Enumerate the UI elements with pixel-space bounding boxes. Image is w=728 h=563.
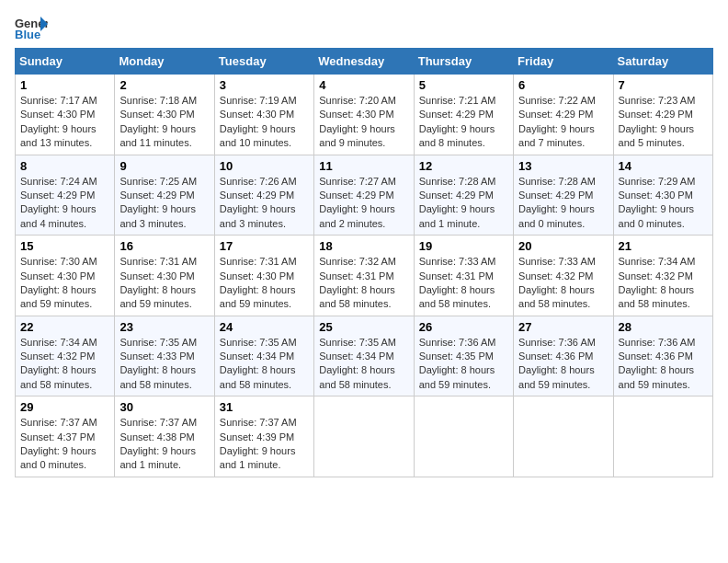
calendar-cell (514, 396, 613, 477)
day-info: Sunrise: 7:32 AMSunset: 4:31 PMDaylight:… (319, 256, 396, 309)
calendar-cell: 15Sunrise: 7:30 AMSunset: 4:30 PMDayligh… (16, 236, 115, 316)
day-number: 21 (619, 239, 708, 253)
day-info: Sunrise: 7:28 AMSunset: 4:29 PMDaylight:… (419, 176, 496, 229)
day-info: Sunrise: 7:20 AMSunset: 4:30 PMDaylight:… (319, 95, 396, 148)
calendar-cell: 23Sunrise: 7:35 AMSunset: 4:33 PMDayligh… (115, 316, 214, 396)
day-info: Sunrise: 7:36 AMSunset: 4:35 PMDaylight:… (419, 337, 496, 390)
logo-icon: General Blue (15, 15, 48, 40)
calendar-cell (314, 396, 414, 477)
day-number: 24 (220, 320, 309, 334)
day-info: Sunrise: 7:30 AMSunset: 4:30 PMDaylight:… (20, 256, 97, 309)
day-info: Sunrise: 7:22 AMSunset: 4:29 PMDaylight:… (518, 95, 596, 148)
calendar-cell: 3Sunrise: 7:19 AMSunset: 4:30 PMDaylight… (214, 75, 313, 155)
day-number: 19 (419, 239, 508, 253)
day-number: 23 (119, 320, 209, 334)
page-header: General Blue (15, 15, 713, 40)
day-info: Sunrise: 7:26 AMSunset: 4:29 PMDaylight:… (220, 176, 297, 229)
day-number: 17 (220, 239, 309, 253)
day-number: 5 (419, 78, 508, 92)
calendar-cell: 28Sunrise: 7:36 AMSunset: 4:36 PMDayligh… (613, 316, 712, 396)
calendar-cell: 18Sunrise: 7:32 AMSunset: 4:31 PMDayligh… (314, 236, 414, 316)
calendar-table: SundayMondayTuesdayWednesdayThursdayFrid… (15, 48, 713, 477)
day-number: 18 (319, 239, 408, 253)
calendar-cell: 16Sunrise: 7:31 AMSunset: 4:30 PMDayligh… (115, 236, 214, 316)
day-number: 27 (518, 320, 608, 334)
day-info: Sunrise: 7:23 AMSunset: 4:29 PMDaylight:… (619, 95, 696, 148)
day-number: 26 (419, 320, 508, 334)
day-info: Sunrise: 7:36 AMSunset: 4:36 PMDaylight:… (619, 337, 696, 390)
calendar-cell: 2Sunrise: 7:18 AMSunset: 4:30 PMDaylight… (115, 75, 214, 155)
day-number: 13 (518, 159, 608, 173)
calendar-cell (613, 396, 712, 477)
day-number: 14 (619, 159, 708, 173)
calendar-cell: 10Sunrise: 7:26 AMSunset: 4:29 PMDayligh… (214, 155, 313, 236)
day-number: 9 (119, 159, 209, 173)
calendar-cell: 25Sunrise: 7:35 AMSunset: 4:34 PMDayligh… (314, 316, 414, 396)
calendar-week-row: 29Sunrise: 7:37 AMSunset: 4:37 PMDayligh… (16, 396, 713, 477)
day-of-week-header: Monday (115, 49, 214, 75)
day-info: Sunrise: 7:27 AMSunset: 4:29 PMDaylight:… (319, 176, 396, 229)
day-number: 12 (419, 159, 508, 173)
day-of-week-header: Wednesday (314, 49, 414, 75)
day-number: 22 (20, 320, 109, 334)
day-info: Sunrise: 7:35 AMSunset: 4:34 PMDaylight:… (220, 337, 297, 390)
day-info: Sunrise: 7:37 AMSunset: 4:39 PMDaylight:… (220, 417, 297, 470)
day-of-week-header: Friday (514, 49, 613, 75)
calendar-cell: 11Sunrise: 7:27 AMSunset: 4:29 PMDayligh… (314, 155, 414, 236)
calendar-week-row: 22Sunrise: 7:34 AMSunset: 4:32 PMDayligh… (16, 316, 713, 396)
day-info: Sunrise: 7:31 AMSunset: 4:30 PMDaylight:… (220, 256, 297, 309)
calendar-cell: 21Sunrise: 7:34 AMSunset: 4:32 PMDayligh… (613, 236, 712, 316)
day-info: Sunrise: 7:29 AMSunset: 4:30 PMDaylight:… (619, 176, 696, 229)
day-number: 4 (319, 78, 408, 92)
day-info: Sunrise: 7:17 AMSunset: 4:30 PMDaylight:… (20, 95, 97, 148)
calendar-cell: 14Sunrise: 7:29 AMSunset: 4:30 PMDayligh… (613, 155, 712, 236)
calendar-cell: 4Sunrise: 7:20 AMSunset: 4:30 PMDaylight… (314, 75, 414, 155)
calendar-week-row: 1Sunrise: 7:17 AMSunset: 4:30 PMDaylight… (16, 75, 713, 155)
day-info: Sunrise: 7:25 AMSunset: 4:29 PMDaylight:… (119, 176, 197, 229)
day-number: 6 (518, 78, 608, 92)
calendar-cell: 31Sunrise: 7:37 AMSunset: 4:39 PMDayligh… (214, 396, 313, 477)
day-info: Sunrise: 7:35 AMSunset: 4:33 PMDaylight:… (119, 337, 197, 390)
day-info: Sunrise: 7:33 AMSunset: 4:31 PMDaylight:… (419, 256, 496, 309)
calendar-cell: 19Sunrise: 7:33 AMSunset: 4:31 PMDayligh… (414, 236, 513, 316)
day-info: Sunrise: 7:31 AMSunset: 4:30 PMDaylight:… (119, 256, 197, 309)
day-number: 31 (220, 400, 309, 414)
day-number: 1 (20, 78, 109, 92)
day-info: Sunrise: 7:35 AMSunset: 4:34 PMDaylight:… (319, 337, 396, 390)
day-number: 3 (220, 78, 309, 92)
day-info: Sunrise: 7:37 AMSunset: 4:37 PMDaylight:… (20, 417, 97, 470)
day-info: Sunrise: 7:19 AMSunset: 4:30 PMDaylight:… (220, 95, 297, 148)
day-of-week-header: Sunday (16, 49, 115, 75)
day-info: Sunrise: 7:24 AMSunset: 4:29 PMDaylight:… (20, 176, 97, 229)
day-number: 10 (220, 159, 309, 173)
calendar-cell: 29Sunrise: 7:37 AMSunset: 4:37 PMDayligh… (16, 396, 115, 477)
day-number: 2 (119, 78, 209, 92)
day-of-week-header: Saturday (613, 49, 712, 75)
calendar-cell: 17Sunrise: 7:31 AMSunset: 4:30 PMDayligh… (214, 236, 313, 316)
day-number: 16 (119, 239, 209, 253)
day-number: 29 (20, 400, 109, 414)
day-info: Sunrise: 7:21 AMSunset: 4:29 PMDaylight:… (419, 95, 496, 148)
calendar-header: SundayMondayTuesdayWednesdayThursdayFrid… (16, 49, 713, 75)
svg-text:Blue: Blue (15, 28, 40, 40)
calendar-cell: 30Sunrise: 7:37 AMSunset: 4:38 PMDayligh… (115, 396, 214, 477)
day-number: 15 (20, 239, 109, 253)
day-number: 28 (619, 320, 708, 334)
calendar-week-row: 15Sunrise: 7:30 AMSunset: 4:30 PMDayligh… (16, 236, 713, 316)
calendar-cell: 7Sunrise: 7:23 AMSunset: 4:29 PMDaylight… (613, 75, 712, 155)
day-of-week-header: Thursday (414, 49, 513, 75)
calendar-cell: 12Sunrise: 7:28 AMSunset: 4:29 PMDayligh… (414, 155, 513, 236)
day-number: 30 (119, 400, 209, 414)
calendar-cell: 24Sunrise: 7:35 AMSunset: 4:34 PMDayligh… (214, 316, 313, 396)
calendar-cell: 8Sunrise: 7:24 AMSunset: 4:29 PMDaylight… (16, 155, 115, 236)
day-number: 20 (518, 239, 608, 253)
day-info: Sunrise: 7:37 AMSunset: 4:38 PMDaylight:… (119, 417, 197, 470)
day-number: 11 (319, 159, 408, 173)
day-info: Sunrise: 7:36 AMSunset: 4:36 PMDaylight:… (518, 337, 596, 390)
calendar-cell: 20Sunrise: 7:33 AMSunset: 4:32 PMDayligh… (514, 236, 613, 316)
calendar-cell (414, 396, 513, 477)
day-number: 8 (20, 159, 109, 173)
calendar-cell: 6Sunrise: 7:22 AMSunset: 4:29 PMDaylight… (514, 75, 613, 155)
day-info: Sunrise: 7:28 AMSunset: 4:29 PMDaylight:… (518, 176, 596, 229)
day-info: Sunrise: 7:18 AMSunset: 4:30 PMDaylight:… (119, 95, 197, 148)
